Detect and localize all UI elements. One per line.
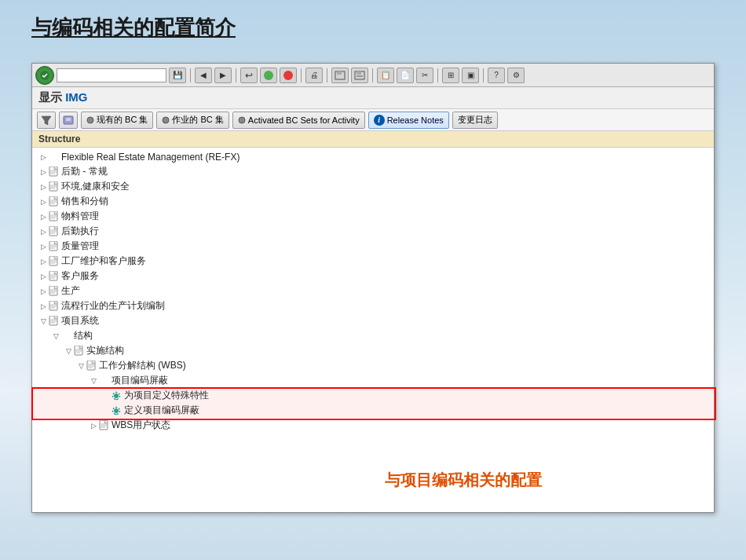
- tree-item[interactable]: ▷ 后勤执行: [32, 224, 714, 239]
- bc-activated-btn[interactable]: Activated BC Sets for Activity: [232, 112, 365, 129]
- tree-expander[interactable]: ▽: [76, 361, 86, 371]
- bc-existing-btn[interactable]: 现有的 BC 集: [81, 112, 153, 129]
- tree-item[interactable]: ▽项目编码屏蔽: [32, 373, 714, 388]
- tree-item-label: 流程行业的生产计划编制: [61, 299, 165, 313]
- svg-rect-4: [337, 71, 342, 75]
- tree-item[interactable]: ▷ 物料管理: [32, 209, 714, 224]
- filter-btn[interactable]: [37, 112, 56, 129]
- tree-node-icon: [48, 226, 59, 237]
- tree-expander[interactable]: ▽: [38, 317, 48, 326]
- tree-node-icon: [111, 390, 122, 401]
- tree-item-label: 项目编码屏蔽: [112, 374, 168, 387]
- tree-expander[interactable]: ▷: [38, 227, 48, 236]
- paste-btn[interactable]: 📄: [397, 68, 414, 83]
- tree-item-label: 质量管理: [61, 240, 99, 253]
- nav-back-btn[interactable]: ↩: [240, 68, 258, 83]
- separator-2: [236, 68, 236, 82]
- tree-node-icon: [48, 211, 59, 222]
- separator-1: [190, 68, 191, 82]
- header-label-blue: IMG: [65, 90, 87, 104]
- tree-expander[interactable]: ▽: [89, 376, 98, 386]
- separator-3: [301, 68, 302, 82]
- tree-item[interactable]: ▷ 客户服务: [32, 269, 714, 284]
- tree-item-label: 项目系统: [61, 314, 99, 328]
- tree-node-icon: [111, 405, 122, 416]
- tree-expander[interactable]: ▷: [89, 421, 98, 430]
- tree-expander[interactable]: ▷: [38, 272, 48, 281]
- save3-btn[interactable]: [351, 68, 368, 83]
- tree-expander[interactable]: ▷: [38, 197, 48, 207]
- tree-node-icon: [48, 196, 59, 207]
- tree-item[interactable]: ▷ WBS用户状态: [32, 418, 714, 433]
- tree-item-label: 结构: [74, 329, 93, 342]
- release-notes-label: Release Notes: [387, 115, 444, 125]
- tree-expander[interactable]: ▷: [38, 242, 48, 251]
- print-btn[interactable]: 🖨: [305, 68, 323, 83]
- tree-item[interactable]: ▷ 质量管理: [32, 239, 714, 254]
- svg-rect-43: [49, 271, 57, 280]
- icon-btn-2[interactable]: [59, 112, 78, 129]
- svg-rect-73: [100, 420, 108, 430]
- tree-item-label: 工作分解结构 (WBS): [99, 359, 186, 372]
- tree-item[interactable]: 为项目定义特殊特性: [32, 388, 714, 403]
- tree-expander[interactable]: ▷: [38, 212, 48, 221]
- tree-item[interactable]: ▷ 销售和分销: [32, 194, 714, 209]
- forward-btn[interactable]: ▶: [214, 68, 232, 83]
- svg-rect-55: [49, 316, 57, 325]
- tree-expander[interactable]: ▷: [38, 287, 48, 296]
- tree-item-label: Flexible Real Estate Management (RE-FX): [61, 152, 240, 163]
- back-btn[interactable]: ◀: [195, 68, 212, 83]
- tree-item[interactable]: ▷ 环境,健康和安全: [32, 179, 714, 194]
- tree-area[interactable]: ▷Flexible Real Estate Management (RE-FX)…: [32, 148, 714, 512]
- tree-expander[interactable]: ▷: [38, 302, 48, 311]
- green-circle-btn[interactable]: [260, 68, 277, 83]
- tree-expander[interactable]: ▷: [38, 152, 48, 162]
- help-btn[interactable]: ?: [488, 68, 505, 83]
- tree-node-icon: [48, 256, 59, 267]
- tree-node-icon: [60, 331, 71, 342]
- tree-item[interactable]: ▷ 工厂维护和客户服务: [32, 254, 714, 269]
- tree-expander[interactable]: ▷: [38, 257, 48, 266]
- tree-item-label: 环境,健康和安全: [61, 180, 130, 193]
- cut-btn[interactable]: ✂: [416, 68, 433, 83]
- tree-item[interactable]: ▷ 后勤 - 常规: [32, 164, 714, 179]
- tree-item[interactable]: ▷ 生产: [32, 284, 714, 298]
- tree-item[interactable]: ▷ 流程行业的生产计划编制: [32, 298, 714, 313]
- tree-expander[interactable]: ▽: [64, 346, 73, 356]
- tree-item[interactable]: 定义项目编码屏蔽: [32, 403, 714, 418]
- settings-btn[interactable]: ⚙: [507, 68, 525, 83]
- tree-item-label: 销售和分销: [61, 195, 108, 208]
- tree-item[interactable]: ▽ 实施结构: [32, 343, 714, 358]
- tree-expander[interactable]: ▷: [38, 167, 48, 177]
- svg-rect-59: [75, 346, 82, 355]
- tree-item[interactable]: ▽ 工作分解结构 (WBS): [32, 358, 714, 373]
- copy-btn[interactable]: 📋: [377, 68, 394, 83]
- svg-point-13: [163, 117, 169, 123]
- separator-4: [327, 68, 327, 82]
- tree-node-icon: [48, 271, 59, 282]
- release-notes-btn[interactable]: i Release Notes: [368, 112, 449, 129]
- change-log-btn[interactable]: 变更日志: [452, 112, 498, 129]
- command-input[interactable]: [57, 68, 166, 82]
- box-btn[interactable]: ▣: [462, 68, 479, 83]
- svg-rect-27: [49, 211, 57, 221]
- tree-expander[interactable]: [101, 391, 111, 401]
- tree-expander[interactable]: ▷: [38, 182, 48, 192]
- red-circle-btn[interactable]: [280, 68, 297, 83]
- tree-item[interactable]: ▽ 项目系统: [32, 313, 714, 328]
- header-bar: 显示 IMG: [32, 87, 714, 109]
- svg-rect-35: [49, 241, 57, 251]
- svg-rect-63: [87, 361, 95, 370]
- save2-btn[interactable]: [331, 68, 349, 83]
- structure-header: Structure: [32, 131, 714, 148]
- svg-marker-8: [42, 116, 51, 125]
- bc-work-btn[interactable]: 作业的 BC 集: [156, 112, 229, 129]
- grid-btn[interactable]: ⊞: [442, 68, 459, 83]
- tree-item[interactable]: ▽结构: [32, 328, 714, 343]
- tree-expander[interactable]: ▽: [51, 331, 60, 341]
- save-icon[interactable]: 💾: [169, 68, 186, 83]
- tree-expander[interactable]: [101, 406, 111, 415]
- tree-node-icon: [48, 181, 59, 192]
- tree-item[interactable]: ▷Flexible Real Estate Management (RE-FX): [32, 149, 714, 164]
- tree-node-icon: [48, 152, 59, 163]
